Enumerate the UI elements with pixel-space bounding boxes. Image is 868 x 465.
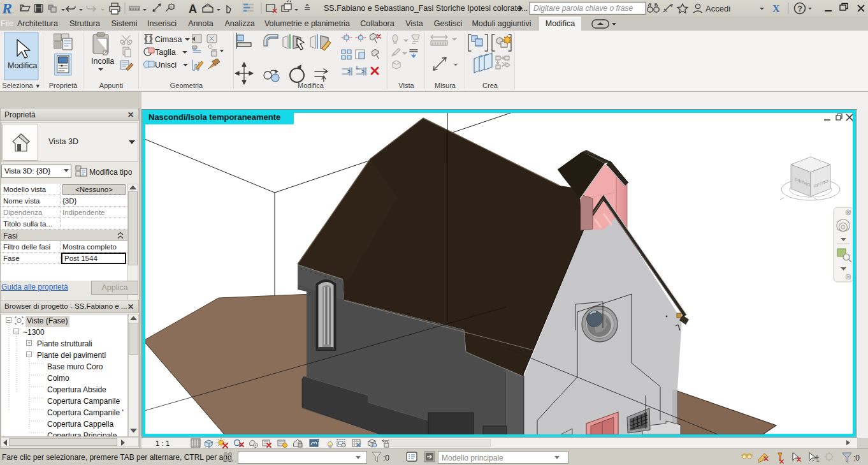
svg-text:Accedi: Accedi [705, 4, 730, 13]
svg-text:1: 1 [170, 6, 173, 10]
svg-text:A: A [189, 3, 197, 15]
svg-text:Cimasa: Cimasa [155, 35, 182, 44]
svg-text:?: ? [798, 4, 802, 13]
svg-text:Incolla: Incolla [91, 57, 114, 66]
svg-text:Unisci: Unisci [155, 61, 177, 70]
svg-text:Digitare parola chiave o frase: Digitare parola chiave o frase [533, 4, 633, 13]
svg-text::0: :0 [383, 454, 389, 462]
svg-text:X: X [772, 3, 780, 14]
svg-text:R: R [1, 0, 12, 17]
svg-text:Modifica: Modifica [8, 61, 38, 70]
svg-text:Taglia: Taglia [155, 48, 176, 57]
svg-text::0: :0 [853, 454, 860, 462]
